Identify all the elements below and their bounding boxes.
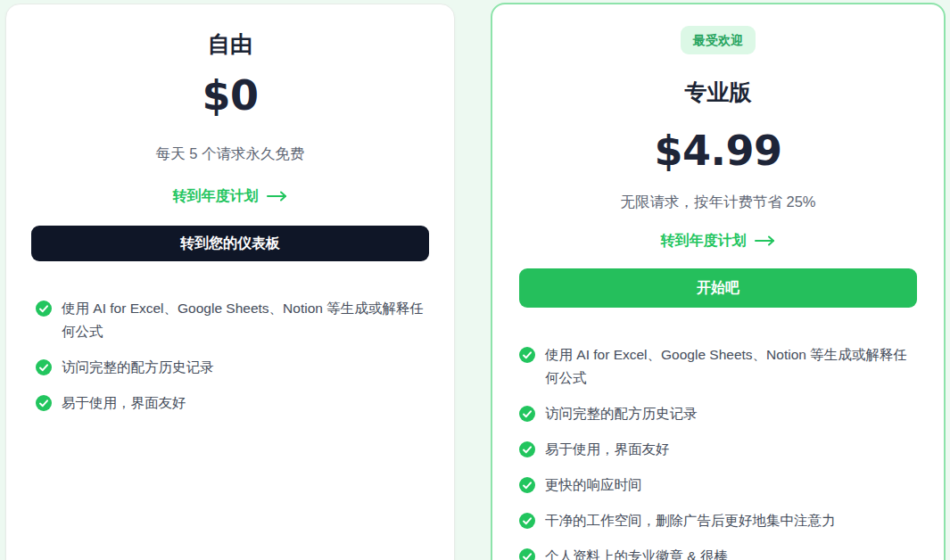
feature-text: 易于使用，界面友好 bbox=[545, 438, 670, 461]
annual-link-row: 转到年度计划 bbox=[31, 186, 429, 206]
feature-text: 访问完整的配方历史记录 bbox=[545, 402, 698, 425]
feature-list: 使用 AI for Excel、Google Sheets、Notion 等生成… bbox=[519, 343, 917, 560]
feature-text: 易于使用，界面友好 bbox=[62, 391, 186, 415]
annual-plan-link-label: 转到年度计划 bbox=[661, 231, 747, 251]
pricing-page: 自由 $0 每天 5 个请求永久免费 转到年度计划 转到您的仪表板 使用 AI … bbox=[0, 0, 950, 560]
feature-item: 更快的响应时间 bbox=[519, 474, 917, 497]
annual-plan-link-label: 转到年度计划 bbox=[173, 186, 259, 206]
feature-text: 更快的响应时间 bbox=[545, 474, 642, 497]
get-started-button[interactable]: 开始吧 bbox=[519, 268, 917, 308]
feature-text: 使用 AI for Excel、Google Sheets、Notion 等生成… bbox=[62, 297, 429, 343]
feature-item: 干净的工作空间，删除广告后更好地集中注意力 bbox=[519, 509, 917, 532]
check-circle-icon bbox=[519, 513, 535, 529]
plan-card-pro: 最受欢迎 专业版 $4.99 无限请求，按年计费节省 25% 转到年度计划 开始… bbox=[491, 3, 946, 560]
annual-link-row: 转到年度计划 bbox=[519, 231, 917, 251]
annual-plan-link[interactable]: 转到年度计划 bbox=[173, 186, 288, 206]
check-circle-icon bbox=[519, 548, 535, 560]
plan-description: 无限请求，按年计费节省 25% bbox=[519, 192, 917, 211]
check-circle-icon bbox=[36, 301, 52, 317]
feature-text: 干净的工作空间，删除广告后更好地集中注意力 bbox=[545, 509, 836, 532]
feature-item: 使用 AI for Excel、Google Sheets、Notion 等生成… bbox=[519, 343, 917, 390]
go-to-dashboard-button[interactable]: 转到您的仪表板 bbox=[31, 226, 429, 261]
feature-text: 访问完整的配方历史记录 bbox=[62, 356, 214, 379]
feature-list: 使用 AI for Excel、Google Sheets、Notion 等生成… bbox=[36, 297, 429, 415]
feature-text: 个人资料上的专业徽章 & 很棒 bbox=[545, 545, 728, 560]
plan-title: 自由 bbox=[31, 29, 429, 58]
plan-price: $0 bbox=[31, 72, 429, 119]
plan-card-free: 自由 $0 每天 5 个请求永久免费 转到年度计划 转到您的仪表板 使用 AI … bbox=[5, 4, 455, 560]
check-circle-icon bbox=[519, 347, 535, 363]
annual-plan-link[interactable]: 转到年度计划 bbox=[661, 231, 776, 251]
feature-item: 使用 AI for Excel、Google Sheets、Notion 等生成… bbox=[36, 297, 429, 343]
feature-item: 访问完整的配方历史记录 bbox=[36, 356, 429, 379]
check-circle-icon bbox=[36, 395, 52, 411]
arrow-right-icon bbox=[755, 235, 776, 246]
plan-title: 专业版 bbox=[519, 78, 917, 106]
feature-item: 个人资料上的专业徽章 & 很棒 bbox=[519, 545, 917, 560]
most-popular-badge: 最受欢迎 bbox=[681, 26, 756, 54]
check-circle-icon bbox=[36, 359, 52, 375]
check-circle-icon bbox=[519, 441, 535, 457]
plan-description: 每天 5 个请求永久免费 bbox=[31, 144, 429, 163]
check-circle-icon bbox=[519, 406, 535, 422]
feature-item: 易于使用，界面友好 bbox=[519, 438, 917, 461]
arrow-right-icon bbox=[267, 191, 288, 202]
check-circle-icon bbox=[519, 477, 535, 493]
plan-price: $4.99 bbox=[519, 128, 917, 174]
feature-item: 易于使用，界面友好 bbox=[36, 391, 429, 415]
feature-text: 使用 AI for Excel、Google Sheets、Notion 等生成… bbox=[545, 343, 917, 390]
feature-item: 访问完整的配方历史记录 bbox=[519, 402, 917, 425]
